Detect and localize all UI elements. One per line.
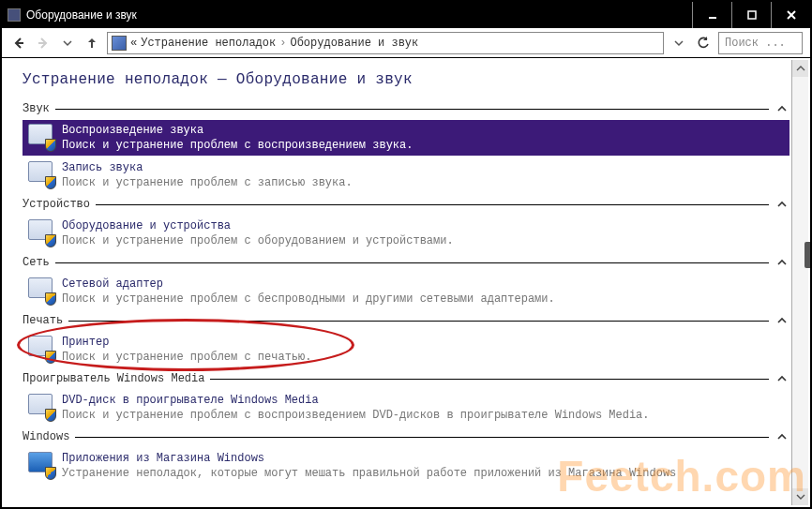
item-desc: Поиск и устранение проблем с воспроизвед… <box>62 139 413 152</box>
divider <box>55 109 769 110</box>
search-input[interactable]: Поиск ... <box>718 32 803 54</box>
chevron-up-icon[interactable] <box>774 197 789 212</box>
breadcrumb-level-2[interactable]: Оборудование и звук <box>290 37 418 50</box>
back-button[interactable] <box>9 34 28 52</box>
group-label: Проигрыватель Windows Media <box>23 372 204 385</box>
window-title: Оборудование и звук <box>26 8 137 22</box>
group-label: Windows <box>23 430 69 443</box>
device-icon <box>28 219 54 246</box>
group-wmp: Проигрыватель Windows Media DVD-диск в п… <box>23 371 789 426</box>
item-desc: Устранение неполадок, которые могут меша… <box>62 467 676 480</box>
maximize-button[interactable] <box>731 2 771 28</box>
scroll-nub[interactable] <box>804 242 812 268</box>
vertical-scrollbar[interactable] <box>791 60 808 505</box>
group-header[interactable]: Печать <box>23 313 789 328</box>
divider <box>210 379 769 380</box>
breadcrumb-prefix: « <box>130 37 137 50</box>
speaker-icon <box>28 124 54 150</box>
divider <box>96 204 769 205</box>
item-title: Приложения из Магазина Windows <box>62 452 676 465</box>
divider <box>75 437 769 438</box>
control-panel-icon <box>112 36 127 51</box>
group-header[interactable]: Проигрыватель Windows Media <box>23 371 789 386</box>
chevron-up-icon[interactable] <box>774 101 789 116</box>
group-header[interactable]: Windows <box>23 429 789 444</box>
item-title: Воспроизведение звука <box>62 124 413 137</box>
chevron-up-icon[interactable] <box>774 255 789 270</box>
search-placeholder: Поиск ... <box>725 37 786 50</box>
item-title: Принтер <box>62 336 311 349</box>
item-audio-recording[interactable]: Запись звука Поиск и устранение проблем … <box>23 157 789 193</box>
item-title: DVD-диск в проигрывателе Windows Media <box>62 394 650 407</box>
store-icon <box>28 452 54 478</box>
breadcrumb-history-button[interactable] <box>669 34 688 52</box>
chevron-up-icon[interactable] <box>774 371 789 386</box>
navbar: « Устранение неполадок › Оборудование и … <box>2 28 810 58</box>
item-desc: Поиск и устранение проблем с оборудовани… <box>62 234 454 247</box>
group-sound: Звук Воспроизведение звука Поиск и устра… <box>23 101 789 193</box>
microphone-icon <box>28 161 54 187</box>
item-network-adapter[interactable]: Сетевой адаптер Поиск и устранение пробл… <box>23 274 789 309</box>
item-store-apps[interactable]: Приложения из Магазина Windows Устранени… <box>23 448 789 484</box>
scroll-up-button[interactable] <box>792 60 808 77</box>
close-button[interactable] <box>771 2 810 28</box>
network-adapter-icon <box>28 277 54 304</box>
group-device: Устройство Оборудование и устройства Пои… <box>23 197 789 251</box>
item-desc: Поиск и устранение проблем с беспроводны… <box>62 292 555 306</box>
item-printer[interactable]: Принтер Поиск и устранение проблем с печ… <box>23 332 789 367</box>
minimize-button[interactable] <box>692 2 731 28</box>
item-desc: Поиск и устранение проблем с записью зву… <box>62 176 353 189</box>
item-title: Запись звука <box>62 161 353 174</box>
group-windows: Windows Приложения из Магазина Windows У… <box>23 429 789 484</box>
scroll-track[interactable] <box>792 77 808 488</box>
window-icon <box>8 8 21 22</box>
page-title: Устранение неполадок — Оборудование и зв… <box>23 71 789 88</box>
breadcrumb-level-1[interactable]: Устранение неполадок <box>141 37 276 50</box>
divider <box>68 321 769 322</box>
group-network: Сеть Сетевой адаптер Поиск и устранение … <box>23 255 789 309</box>
refresh-button[interactable] <box>694 34 713 52</box>
group-label: Печать <box>23 314 63 327</box>
group-header[interactable]: Сеть <box>23 255 789 270</box>
item-title: Оборудование и устройства <box>62 219 454 232</box>
group-print: Печать Принтер Поиск и устранение пробле… <box>23 313 789 367</box>
item-desc: Поиск и устранение проблем с воспроизвед… <box>62 409 650 422</box>
titlebar: Оборудование и звук <box>2 2 810 28</box>
item-title: Сетевой адаптер <box>62 277 555 291</box>
forward-button[interactable] <box>34 34 53 52</box>
printer-icon <box>28 336 54 362</box>
item-audio-playback[interactable]: Воспроизведение звука Поиск и устранение… <box>23 120 789 156</box>
item-wmp-dvd[interactable]: DVD-диск в проигрывателе Windows Media П… <box>23 390 789 426</box>
scroll-down-button[interactable] <box>792 488 808 505</box>
item-desc: Поиск и устранение проблем с печатью. <box>62 351 311 364</box>
group-label: Устройство <box>23 198 90 211</box>
svg-rect-1 <box>748 11 756 19</box>
breadcrumb-separator: › <box>279 37 286 50</box>
up-button[interactable] <box>83 34 101 52</box>
group-header[interactable]: Звук <box>23 101 789 116</box>
recent-locations-button[interactable] <box>58 34 77 52</box>
chevron-up-icon[interactable] <box>774 429 789 444</box>
group-label: Сеть <box>23 256 50 269</box>
item-hardware-devices[interactable]: Оборудование и устройства Поиск и устран… <box>23 216 789 251</box>
group-label: Звук <box>23 102 50 115</box>
divider <box>55 262 769 263</box>
group-header[interactable]: Устройство <box>23 197 789 212</box>
content-area: Устранение неполадок — Оборудование и зв… <box>2 58 810 507</box>
breadcrumb[interactable]: « Устранение неполадок › Оборудование и … <box>107 32 664 54</box>
dvd-icon <box>28 394 54 420</box>
chevron-up-icon[interactable] <box>774 313 789 328</box>
